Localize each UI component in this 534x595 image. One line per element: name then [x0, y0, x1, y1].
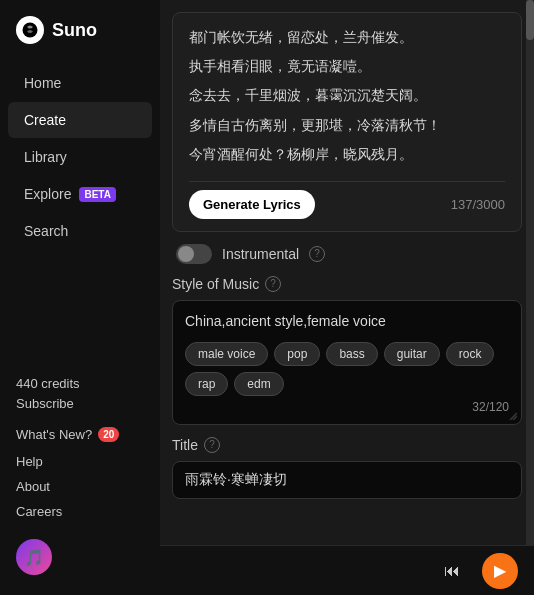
instrumental-row: Instrumental ? — [160, 232, 534, 276]
sidebar-links: Help About Careers — [0, 446, 160, 527]
sidebar-item-create[interactable]: Create — [8, 102, 152, 138]
title-section: Title ? — [160, 433, 534, 507]
style-input-footer: 32/120 — [185, 396, 509, 414]
lyrics-line-4: 多情自古伤离别，更那堪，冷落清秋节！ — [189, 113, 505, 138]
logo-text: Suno — [52, 20, 97, 41]
sidebar-item-search[interactable]: Search — [8, 213, 152, 249]
style-char-count: 32/120 — [472, 400, 509, 414]
sidebar-item-library-label: Library — [24, 149, 67, 165]
sidebar: Suno Home Create Library Explore BETA Se… — [0, 0, 160, 595]
style-help-icon[interactable]: ? — [265, 276, 281, 292]
instrumental-help-icon[interactable]: ? — [309, 246, 325, 262]
style-tags: male voice pop bass guitar rock rap edm — [185, 342, 509, 396]
skip-back-icon: ⏮ — [444, 562, 460, 580]
credits-link[interactable]: 440 credits — [16, 376, 144, 391]
sidebar-link-about[interactable]: About — [16, 475, 144, 498]
style-tag-rap[interactable]: rap — [185, 372, 228, 396]
play-icon: ▶ — [494, 561, 506, 580]
resize-handle-icon[interactable] — [507, 410, 517, 420]
lyrics-line-1: 都门帐饮无绪，留恋处，兰舟催发。 — [189, 25, 505, 50]
lyrics-scroll-area: 都门帐饮无绪，留恋处，兰舟催发。 执手相看泪眼，竟无语凝噎。 念去去，千里烟波，… — [189, 25, 505, 171]
whats-new-button[interactable]: What's New? 20 — [16, 427, 144, 442]
sidebar-item-explore[interactable]: Explore BETA — [8, 176, 152, 212]
explore-beta-badge: BETA — [79, 187, 115, 202]
title-label-row: Title ? — [172, 437, 522, 453]
style-tag-pop[interactable]: pop — [274, 342, 320, 366]
style-input-text: China,ancient style,female voice — [185, 311, 509, 332]
sidebar-link-careers[interactable]: Careers — [16, 500, 144, 523]
style-section: Style of Music ? China,ancient style,fem… — [160, 276, 534, 433]
sidebar-item-home[interactable]: Home — [8, 65, 152, 101]
style-label-row: Style of Music ? — [172, 276, 522, 292]
skip-back-button[interactable]: ⏮ — [434, 553, 470, 589]
whats-new-badge: 20 — [98, 427, 119, 442]
lyrics-text: 都门帐饮无绪，留恋处，兰舟催发。 执手相看泪眼，竟无语凝噎。 念去去，千里烟波，… — [189, 25, 505, 167]
style-tag-rock[interactable]: rock — [446, 342, 495, 366]
whats-new-label: What's New? — [16, 427, 92, 442]
suno-logo-icon — [16, 16, 44, 44]
style-of-music-label: Style of Music — [172, 276, 259, 292]
sidebar-item-search-label: Search — [24, 223, 68, 239]
sidebar-item-explore-label: Explore — [24, 186, 71, 202]
logo: Suno — [0, 16, 160, 64]
scrollbar-thumb[interactable] — [526, 0, 534, 40]
style-tag-bass[interactable]: bass — [326, 342, 377, 366]
title-input[interactable] — [172, 461, 522, 499]
lyrics-line-3: 念去去，千里烟波，暮霭沉沉楚天阔。 — [189, 83, 505, 108]
style-tag-guitar[interactable]: guitar — [384, 342, 440, 366]
whats-new-section: What's New? 20 — [0, 419, 160, 446]
sidebar-item-home-label: Home — [24, 75, 61, 91]
generate-lyrics-button[interactable]: Generate Lyrics — [189, 190, 315, 219]
play-button[interactable]: ▶ — [482, 553, 518, 589]
avatar[interactable]: 🎵 — [16, 539, 52, 575]
lyrics-footer: Generate Lyrics 137/3000 — [189, 181, 505, 219]
title-help-icon[interactable]: ? — [204, 437, 220, 453]
scrollbar-track[interactable] — [526, 0, 534, 595]
lyrics-char-count: 137/3000 — [451, 197, 505, 212]
style-tag-male-voice[interactable]: male voice — [185, 342, 268, 366]
player-bar: ⏮ ▶ — [160, 545, 534, 595]
instrumental-label: Instrumental — [222, 246, 299, 262]
toggle-thumb — [178, 246, 194, 262]
lyrics-line-2: 执手相看泪眼，竟无语凝噎。 — [189, 54, 505, 79]
style-input-area[interactable]: China,ancient style,female voice male vo… — [172, 300, 522, 425]
sidebar-item-create-label: Create — [24, 112, 66, 128]
lyrics-line-5: 今宵酒醒何处？杨柳岸，晓风残月。 — [189, 142, 505, 167]
sidebar-nav: Home Create Library Explore BETA Search — [0, 64, 160, 250]
sidebar-link-help[interactable]: Help — [16, 450, 144, 473]
style-tag-edm[interactable]: edm — [234, 372, 283, 396]
sidebar-item-library[interactable]: Library — [8, 139, 152, 175]
subscribe-button[interactable]: Subscribe — [16, 396, 74, 411]
lyrics-area: 都门帐饮无绪，留恋处，兰舟催发。 执手相看泪眼，竟无语凝噎。 念去去，千里烟波，… — [172, 12, 522, 232]
credits-section: 440 credits Subscribe — [0, 368, 160, 419]
title-label: Title — [172, 437, 198, 453]
main-content: 都门帐饮无绪，留恋处，兰舟催发。 执手相看泪眼，竟无语凝噎。 念去去，千里烟波，… — [160, 0, 534, 595]
instrumental-toggle[interactable] — [176, 244, 212, 264]
avatar-section: 🎵 — [0, 527, 160, 579]
